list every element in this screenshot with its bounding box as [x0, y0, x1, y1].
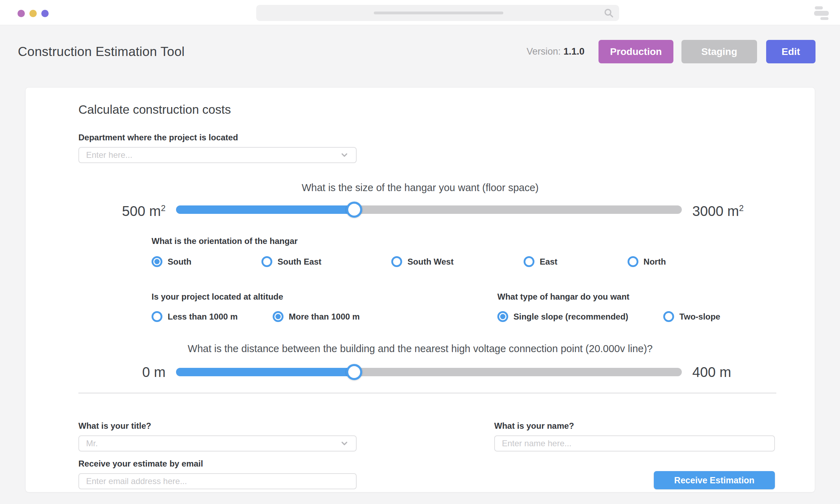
section-divider [78, 393, 776, 393]
distance-slider-title: What is the distance between the buildin… [26, 342, 815, 355]
hangar-type-label: What type of hangar do you want [497, 292, 720, 302]
radio-altitude-more-1000[interactable]: More than 1000 m [273, 311, 360, 322]
altitude-radio-group: Less than 1000 m More than 1000 m [152, 311, 497, 322]
size-slider-track[interactable] [176, 205, 682, 214]
form-heading: Calculate construction costs [78, 102, 815, 117]
window-button-minimize[interactable] [29, 10, 37, 17]
radio-circle[interactable] [273, 311, 284, 322]
app-header: Construction Estimation Tool Version:1.1… [0, 25, 840, 63]
name-label: What is your name? [494, 421, 775, 431]
title-select[interactable]: Mr. [78, 435, 357, 451]
department-select[interactable]: Enter here... [78, 147, 357, 163]
distance-slider-fill [176, 368, 354, 376]
distance-slider-track[interactable] [176, 368, 682, 376]
department-placeholder: Enter here... [86, 150, 132, 160]
radio-orientation-south[interactable]: South [152, 256, 191, 267]
size-slider-max-label: 3000 m2 [692, 200, 775, 219]
radio-label: More than 1000 m [289, 312, 360, 322]
browser-chrome [0, 0, 840, 25]
email-label: Receive your estimate by email [78, 458, 357, 469]
hangar-type-field-group: What type of hangar do you want Single s… [497, 292, 720, 322]
menu-bar-bottom [820, 17, 828, 20]
url-placeholder-line [374, 12, 503, 14]
name-input[interactable] [494, 435, 775, 451]
window-button-maximize[interactable] [41, 10, 49, 17]
window-controls [18, 10, 49, 17]
size-slider-fill [176, 205, 354, 214]
version-value: 1.1.0 [564, 46, 584, 57]
radio-label: South West [407, 257, 454, 267]
department-field-group: Department where the project is located … [78, 132, 815, 163]
altitude-field-group: Is your project located at altitude Less… [152, 292, 497, 322]
staging-button[interactable]: Staging [681, 40, 757, 63]
radio-circle[interactable] [152, 256, 162, 267]
submit-cell: Receive Estimation [494, 458, 775, 489]
contact-section: What is your title? Mr. What is your nam… [26, 421, 815, 489]
version-label: Version: [526, 46, 561, 57]
search-icon[interactable] [604, 8, 614, 19]
radio-orientation-south-west[interactable]: South West [391, 256, 454, 267]
altitude-hangartype-section: Is your project located at altitude Less… [152, 292, 815, 322]
name-field-group: What is your name? [494, 421, 775, 451]
radio-label: South [168, 257, 191, 267]
radio-label: Single slope (recommended) [513, 312, 628, 322]
radio-orientation-south-east[interactable]: South East [261, 256, 321, 267]
menu-bar-middle [814, 11, 829, 16]
version-info: Version:1.1.0 [526, 46, 584, 57]
radio-label: Two-slope [679, 312, 720, 322]
radio-circle[interactable] [663, 311, 674, 322]
radio-label: East [540, 257, 558, 267]
radio-hangar-two-slope[interactable]: Two-slope [663, 311, 720, 322]
app-menu-icon[interactable] [814, 6, 830, 20]
radio-label: South East [278, 257, 321, 267]
edit-button[interactable]: Edit [766, 40, 816, 63]
radio-label: Less than 1000 m [168, 312, 238, 322]
size-slider-min-label: 500 m2 [96, 200, 166, 219]
page-title: Construction Estimation Tool [18, 44, 526, 59]
radio-circle[interactable] [497, 311, 508, 322]
menu-bar-top [815, 6, 823, 9]
radio-circle[interactable] [628, 256, 638, 267]
altitude-label: Is your project located at altitude [152, 292, 497, 302]
hangar-type-radio-group: Single slope (recommended) Two-slope [497, 311, 720, 322]
title-placeholder: Mr. [86, 439, 98, 448]
email-input[interactable] [78, 473, 357, 489]
production-button[interactable]: Production [598, 40, 673, 63]
radio-label: North [644, 257, 666, 267]
size-slider: 500 m2 3000 m2 [96, 200, 775, 219]
radio-circle[interactable] [524, 256, 534, 267]
orientation-label: What is the orientation of the hangar [152, 236, 815, 246]
chevron-down-icon [340, 439, 349, 448]
distance-slider-handle[interactable] [346, 364, 362, 380]
department-label: Department where the project is located [78, 132, 815, 143]
email-field-group: Receive your estimate by email [78, 458, 357, 489]
address-bar[interactable] [256, 5, 619, 21]
orientation-radio-group: South South East South West East North [152, 256, 815, 267]
distance-slider-min-label: 0 m [96, 364, 166, 380]
title-field-group: What is your title? Mr. [78, 421, 357, 451]
receive-estimation-button[interactable]: Receive Estimation [654, 471, 775, 489]
radio-altitude-less-1000[interactable]: Less than 1000 m [152, 311, 238, 322]
radio-hangar-single-slope[interactable]: Single slope (recommended) [497, 311, 628, 322]
title-label: What is your title? [78, 421, 357, 431]
size-slider-title: What is the size of the hangar you want … [26, 181, 815, 194]
window-button-close[interactable] [18, 10, 25, 17]
radio-circle[interactable] [152, 311, 162, 322]
estimation-form-card: Calculate construction costs Department … [25, 87, 815, 492]
distance-slider: 0 m 400 m [96, 364, 775, 380]
distance-slider-max-label: 400 m [692, 364, 775, 380]
chevron-down-icon [340, 150, 349, 160]
radio-orientation-north[interactable]: North [628, 256, 666, 267]
radio-circle[interactable] [261, 256, 272, 267]
size-slider-handle[interactable] [346, 202, 362, 218]
radio-orientation-east[interactable]: East [524, 256, 558, 267]
radio-circle[interactable] [391, 256, 402, 267]
